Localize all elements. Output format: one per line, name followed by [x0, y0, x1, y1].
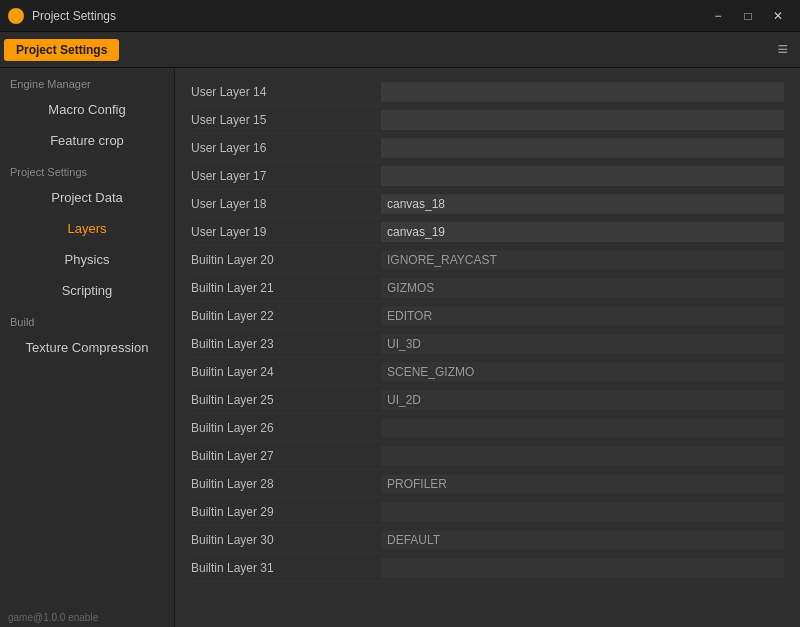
layer-row: User Layer 19	[191, 218, 784, 246]
sidebar-bottom-text: game@1.0.0 enable	[0, 608, 174, 627]
layer-row: Builtin Layer 27	[191, 442, 784, 470]
layer-value-input[interactable]	[381, 446, 784, 466]
layer-label: User Layer 14	[191, 85, 381, 99]
layer-value-input[interactable]	[381, 278, 784, 298]
layer-value-input[interactable]	[381, 502, 784, 522]
sidebar-item-texture-compression[interactable]: Texture Compression	[0, 332, 174, 363]
tab-project-settings[interactable]: Project Settings	[4, 39, 119, 61]
layer-row: Builtin Layer 21	[191, 274, 784, 302]
title-bar: Project Settings − □ ✕	[0, 0, 800, 32]
layer-label: Builtin Layer 26	[191, 421, 381, 435]
layer-value-input[interactable]	[381, 250, 784, 270]
layer-value-input[interactable]	[381, 138, 784, 158]
maximize-button[interactable]: □	[734, 5, 762, 27]
layers-list: User Layer 14User Layer 15User Layer 16U…	[175, 68, 800, 627]
layer-label: User Layer 19	[191, 225, 381, 239]
close-button[interactable]: ✕	[764, 5, 792, 27]
layer-row: Builtin Layer 25	[191, 386, 784, 414]
layer-row: User Layer 17	[191, 162, 784, 190]
content-area: User Layer 14User Layer 15User Layer 16U…	[175, 68, 800, 627]
layer-label: Builtin Layer 31	[191, 561, 381, 575]
minimize-button[interactable]: −	[704, 5, 732, 27]
build-section-label: Build	[0, 306, 174, 332]
sidebar: Engine Manager Macro Config Feature crop…	[0, 68, 175, 627]
sidebar-item-macro-config[interactable]: Macro Config	[0, 94, 174, 125]
layer-label: Builtin Layer 22	[191, 309, 381, 323]
layer-row: User Layer 16	[191, 134, 784, 162]
layer-row: Builtin Layer 26	[191, 414, 784, 442]
layer-value-input[interactable]	[381, 418, 784, 438]
layer-label: Builtin Layer 23	[191, 337, 381, 351]
layer-label: User Layer 15	[191, 113, 381, 127]
engine-manager-section-label: Engine Manager	[0, 68, 174, 94]
layer-value-input[interactable]	[381, 558, 784, 578]
layer-label: Builtin Layer 28	[191, 477, 381, 491]
layer-value-input[interactable]	[381, 474, 784, 494]
layer-row: Builtin Layer 23	[191, 330, 784, 358]
layer-value-input[interactable]	[381, 530, 784, 550]
layer-value-input[interactable]	[381, 306, 784, 326]
layer-label: Builtin Layer 21	[191, 281, 381, 295]
layer-row: Builtin Layer 28	[191, 470, 784, 498]
layer-value-input[interactable]	[381, 390, 784, 410]
layer-value-input[interactable]	[381, 110, 784, 130]
layer-label: Builtin Layer 30	[191, 533, 381, 547]
main-layout: Engine Manager Macro Config Feature crop…	[0, 68, 800, 627]
sidebar-item-project-data[interactable]: Project Data	[0, 182, 174, 213]
layer-value-input[interactable]	[381, 166, 784, 186]
layer-label: User Layer 17	[191, 169, 381, 183]
layer-label: Builtin Layer 25	[191, 393, 381, 407]
layer-label: Builtin Layer 27	[191, 449, 381, 463]
layer-label: User Layer 16	[191, 141, 381, 155]
tab-bar: Project Settings ≡	[0, 32, 800, 68]
layer-label: Builtin Layer 20	[191, 253, 381, 267]
layer-label: User Layer 18	[191, 197, 381, 211]
layer-row: Builtin Layer 22	[191, 302, 784, 330]
window-title: Project Settings	[32, 9, 704, 23]
window-controls: − □ ✕	[704, 5, 792, 27]
layer-row: Builtin Layer 30	[191, 526, 784, 554]
layer-row: Builtin Layer 29	[191, 498, 784, 526]
layer-value-input[interactable]	[381, 334, 784, 354]
layer-row: User Layer 14	[191, 78, 784, 106]
layer-label: Builtin Layer 29	[191, 505, 381, 519]
tab-menu-icon[interactable]: ≡	[769, 39, 796, 60]
layer-value-input[interactable]	[381, 82, 784, 102]
layer-row: Builtin Layer 20	[191, 246, 784, 274]
layer-row: User Layer 15	[191, 106, 784, 134]
layer-value-input[interactable]	[381, 194, 784, 214]
layer-row: User Layer 18	[191, 190, 784, 218]
layer-row: Builtin Layer 24	[191, 358, 784, 386]
app-icon	[8, 8, 24, 24]
sidebar-item-physics[interactable]: Physics	[0, 244, 174, 275]
sidebar-item-feature-crop[interactable]: Feature crop	[0, 125, 174, 156]
sidebar-item-scripting[interactable]: Scripting	[0, 275, 174, 306]
layer-label: Builtin Layer 24	[191, 365, 381, 379]
layer-row: Builtin Layer 31	[191, 554, 784, 582]
layer-value-input[interactable]	[381, 362, 784, 382]
project-settings-section-label: Project Settings	[0, 156, 174, 182]
sidebar-item-layers[interactable]: Layers	[0, 213, 174, 244]
layer-value-input[interactable]	[381, 222, 784, 242]
